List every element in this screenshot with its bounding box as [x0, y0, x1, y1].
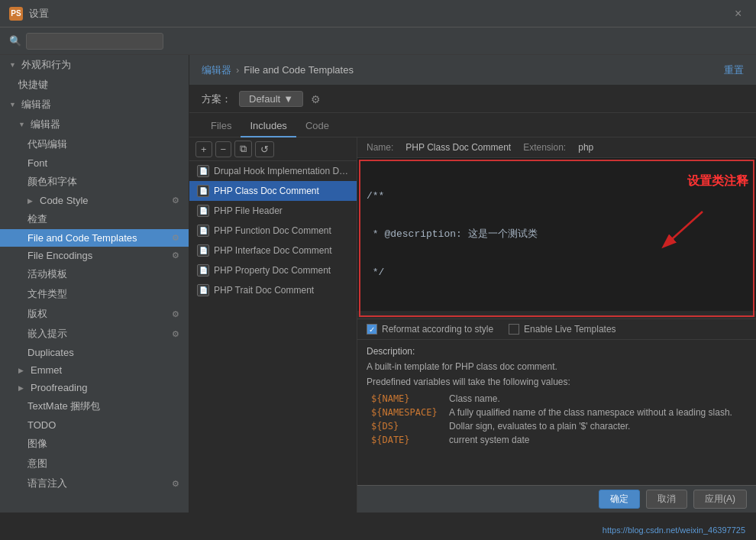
close-button[interactable]: ×: [735, 8, 747, 20]
sidebar-item-code-style[interactable]: Code Style ⚙: [0, 192, 189, 209]
template-icon: 📄: [197, 284, 209, 296]
sidebar-item-live-templates[interactable]: 活动模板: [0, 264, 189, 284]
sidebar-item-todo[interactable]: TODO: [0, 416, 189, 434]
reformat-checkbox-label[interactable]: ✓ Reformat according to style: [367, 324, 493, 335]
scheme-value: Default: [249, 93, 280, 105]
template-list-panel: + − ⧉ ↺ 📄 Drupal Hook Implementation D… …: [189, 137, 357, 513]
template-item-php-file-header[interactable]: 📄 PHP File Header: [189, 201, 357, 221]
code-editor[interactable]: /** * @description: 这是一个测试类 */: [357, 158, 756, 311]
sidebar-item-textmate[interactable]: TextMate 捆绑包: [0, 396, 189, 416]
add-template-button[interactable]: +: [195, 141, 212, 157]
content-area: 编辑器 › File and Code Templates 重置 方案： Def…: [189, 55, 756, 513]
var-desc: Dollar sign, evaluates to a plain '$' ch…: [444, 419, 747, 433]
badge-icon: ⚙: [172, 251, 179, 260]
sidebar-item-appearance[interactable]: 外观和行为: [0, 55, 189, 75]
table-row: ${DS} Dollar sign, evaluates to a plain …: [367, 419, 747, 433]
live-templates-checkbox-label[interactable]: Enable Live Templates: [509, 324, 616, 335]
extension-value: php: [578, 142, 593, 153]
chevron-down-icon: ▼: [283, 93, 293, 105]
var-name: ${NAME}: [367, 392, 444, 406]
template-toolbar: + − ⧉ ↺: [189, 137, 357, 161]
template-body: + − ⧉ ↺ 📄 Drupal Hook Implementation D… …: [189, 137, 756, 513]
copy-template-button[interactable]: ⧉: [234, 141, 252, 157]
tab-files[interactable]: Files: [202, 115, 241, 137]
sidebar-item-intention[interactable]: 意图: [0, 454, 189, 474]
sidebar-item-inspection[interactable]: 检查: [0, 209, 189, 229]
description-text2: Predefined variables will take the follo…: [367, 377, 747, 387]
sidebar-item-shortcuts[interactable]: 快捷键: [0, 75, 189, 95]
reformat-checkbox[interactable]: ✓: [367, 324, 377, 335]
var-name: ${DS}: [367, 419, 444, 433]
tab-includes[interactable]: Includes: [241, 115, 296, 137]
sidebar-item-file-encodings[interactable]: File Encodings ⚙: [0, 247, 189, 264]
sidebar-item-proofreading[interactable]: Proofreading: [0, 379, 189, 396]
window-title: 设置: [29, 7, 49, 21]
reset-template-button[interactable]: ↺: [255, 141, 274, 157]
sidebar-item-lang-inject[interactable]: 语言注入 ⚙: [0, 474, 189, 493]
description-table: ${NAME} Class name. ${NAMESPACE} A fully…: [367, 392, 747, 447]
badge-icon: ⚙: [172, 309, 179, 319]
template-list: 📄 Drupal Hook Implementation D… 📄 PHP Cl…: [189, 161, 357, 513]
var-desc: Class name.: [444, 392, 747, 406]
gear-icon[interactable]: ⚙: [311, 93, 321, 105]
badge-icon: ⚙: [172, 479, 179, 489]
bottom-link: https://blog.csdn.net/weixin_46397725: [598, 522, 750, 537]
sidebar-item-file-types[interactable]: 文件类型: [0, 284, 189, 304]
title-bar-left: PS 设置: [9, 7, 49, 21]
template-item-php-function-doc[interactable]: 📄 PHP Function Doc Comment: [189, 221, 357, 241]
var-name: ${NAMESPACE}: [367, 406, 444, 419]
badge-icon: ⚙: [172, 196, 179, 205]
template-item-php-trait-doc[interactable]: 📄 PHP Trait Doc Comment: [189, 280, 357, 300]
name-label: Name:: [367, 142, 393, 153]
breadcrumb-current: File and Code Templates: [244, 64, 354, 76]
var-desc: current system date: [444, 433, 747, 447]
template-item-php-class-doc[interactable]: 📄 PHP Class Doc Comment: [189, 181, 357, 201]
checkmark-icon: ✓: [369, 325, 375, 334]
table-row: ${NAMESPACE} A fully qualified name of t…: [367, 406, 747, 419]
extension-label: Extension:: [523, 142, 566, 153]
remove-template-button[interactable]: −: [215, 141, 232, 157]
reset-button[interactable]: 重置: [724, 63, 744, 77]
badge-icon: ⚙: [172, 329, 179, 339]
sidebar-item-embed-hints[interactable]: 嵌入提示 ⚙: [0, 324, 189, 344]
sidebar-item-font[interactable]: Font: [0, 154, 189, 172]
tabs-row: Files Includes Code: [189, 113, 756, 137]
code-editor-wrapper: /** * @description: 这是一个测试类 */: [357, 158, 756, 319]
search-bar: 🔍: [0, 27, 756, 55]
template-icon: 📄: [197, 205, 209, 217]
var-desc: A fully qualified name of the class name…: [444, 406, 747, 419]
template-icon: 📄: [197, 185, 209, 197]
scheme-dropdown[interactable]: Default ▼: [239, 91, 303, 107]
template-item-php-property-doc[interactable]: 📄 PHP Property Doc Comment: [189, 260, 357, 280]
breadcrumb-editor[interactable]: 编辑器: [202, 63, 231, 77]
sidebar-item-color[interactable]: 颜色和字体: [0, 172, 189, 192]
search-input[interactable]: [26, 33, 163, 50]
tab-code[interactable]: Code: [296, 115, 338, 137]
cancel-button[interactable]: 取消: [646, 490, 687, 509]
sidebar-item-copyright[interactable]: 版权 ⚙: [0, 304, 189, 324]
title-bar: PS 设置 ×: [0, 0, 756, 27]
triangle-icon: [9, 101, 17, 108]
sidebar-item-file-code-templates[interactable]: File and Code Templates ⚙: [0, 229, 189, 247]
table-row: ${DATE} current system date: [367, 433, 747, 447]
template-name-value: PHP Class Doc Comment: [405, 142, 511, 153]
ok-button[interactable]: 确定: [599, 490, 640, 509]
app-icon: PS: [9, 7, 23, 21]
sidebar-item-editor-group[interactable]: 编辑器: [0, 95, 189, 115]
live-templates-checkbox[interactable]: [509, 324, 519, 335]
sidebar-item-images[interactable]: 图像: [0, 434, 189, 454]
bottom-bar: 确定 取消 应用(A): [357, 485, 756, 513]
template-item-php-interface-doc[interactable]: 📄 PHP Interface Doc Comment: [189, 241, 357, 260]
sidebar-item-code-editing[interactable]: 代码编辑: [0, 134, 189, 154]
template-icon: 📄: [197, 165, 209, 177]
badge-icon: ⚙: [172, 233, 179, 243]
template-item-drupal[interactable]: 📄 Drupal Hook Implementation D…: [189, 161, 357, 181]
sidebar-item-duplicates[interactable]: Duplicates: [0, 344, 189, 361]
sidebar-item-editor[interactable]: 编辑器: [0, 115, 189, 134]
sidebar: 外观和行为 快捷键 编辑器 编辑器 代码编辑 Font 颜色和字体 Code S…: [0, 55, 189, 513]
apply-button[interactable]: 应用(A): [693, 490, 747, 509]
table-row: ${NAME} Class name.: [367, 392, 747, 406]
sidebar-item-emmet[interactable]: Emmet: [0, 361, 189, 379]
breadcrumb: 编辑器 › File and Code Templates: [202, 63, 354, 77]
template-icon: 📄: [197, 264, 209, 276]
